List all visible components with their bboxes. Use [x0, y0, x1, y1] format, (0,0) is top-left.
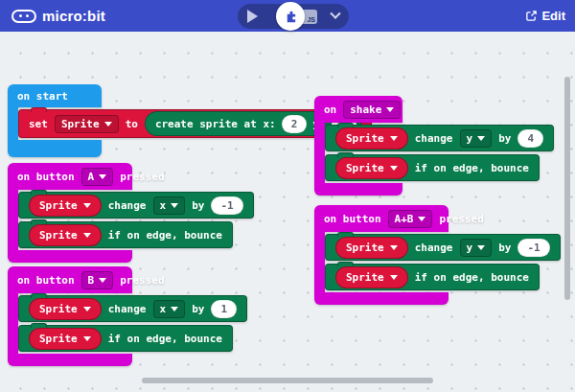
- blocks-view-button[interactable]: [276, 2, 305, 31]
- if-on-edge-bounce-block[interactable]: Sprite if on edge, bounce: [18, 325, 233, 352]
- sprite-variable-pill[interactable]: Sprite: [29, 195, 102, 217]
- axis-dropdown[interactable]: y: [460, 239, 493, 257]
- dropdown-arrow-icon: [83, 203, 91, 208]
- number-input[interactable]: 1: [211, 300, 237, 318]
- dropdown-arrow-icon: [83, 307, 91, 311]
- play-button[interactable]: [247, 10, 258, 23]
- dropdown-arrow-icon: [418, 217, 426, 221]
- brand-name: micro:bit: [42, 8, 105, 24]
- sprite-variable-pill[interactable]: Sprite: [29, 328, 102, 350]
- if-on-edge-bounce-block[interactable]: Sprite if on edge, bounce: [18, 221, 233, 248]
- on-button-a-header[interactable]: on button A pressed: [8, 163, 132, 190]
- vertical-scrollbar[interactable]: [564, 77, 570, 300]
- dropdown-arrow-icon: [171, 307, 178, 311]
- sprite-variable-pill[interactable]: Sprite: [29, 224, 102, 246]
- on-button-a-block[interactable]: on button A pressed Sprite change: [8, 163, 254, 263]
- dropdown-arrow-icon: [390, 275, 398, 280]
- edit-button[interactable]: Edit: [525, 0, 565, 32]
- on-start-header[interactable]: on start: [8, 84, 102, 107]
- on-button-ab-block[interactable]: on button A+B pressed Sprite change: [314, 205, 561, 305]
- change-xy-block[interactable]: Sprite change y by 4: [325, 125, 554, 151]
- if-on-edge-bounce-block[interactable]: Sprite if on edge, bounce: [325, 154, 540, 181]
- microbit-face-icon: [12, 10, 36, 23]
- on-start-label: on start: [17, 90, 68, 103]
- dropdown-arrow-icon: [386, 107, 394, 112]
- makecode-embed: micro:bit JS Edit on start: [0, 0, 575, 392]
- dropdown-arrow-icon: [477, 245, 485, 250]
- on-shake-block[interactable]: on shake Sprite change y: [314, 96, 554, 196]
- change-xy-block[interactable]: Sprite change x by -1: [18, 192, 254, 219]
- sprite-variable-pill[interactable]: Sprite: [335, 266, 408, 288]
- to-keyword: to: [126, 118, 138, 130]
- variable-dropdown[interactable]: Sprite: [55, 115, 119, 133]
- puzzle-piece-icon: [284, 10, 298, 24]
- axis-dropdown[interactable]: y: [460, 129, 493, 148]
- set-keyword: set: [29, 118, 48, 130]
- dropdown-arrow-icon: [390, 166, 398, 171]
- dropdown-arrow-icon: [390, 245, 398, 250]
- app-header: micro:bit JS Edit: [0, 0, 575, 32]
- on-button-b-header[interactable]: on button B pressed: [8, 266, 132, 293]
- gesture-dropdown[interactable]: shake: [343, 101, 401, 119]
- change-xy-block[interactable]: Sprite change y by -1: [325, 234, 561, 261]
- horizontal-scrollbar[interactable]: [142, 378, 433, 383]
- button-dropdown[interactable]: A: [81, 168, 114, 186]
- sprite-variable-pill[interactable]: Sprite: [335, 237, 408, 259]
- dropdown-arrow-icon: [104, 122, 112, 127]
- x-number-input[interactable]: 2: [282, 115, 308, 133]
- change-xy-block[interactable]: Sprite change x by 1: [18, 295, 247, 322]
- axis-dropdown[interactable]: x: [153, 196, 186, 215]
- on-button-b-block[interactable]: on button B pressed Sprite change: [8, 266, 247, 366]
- dropdown-arrow-icon: [171, 203, 178, 208]
- edit-label: Edit: [541, 9, 565, 23]
- number-input[interactable]: -1: [518, 239, 549, 257]
- external-link-icon: [525, 10, 538, 22]
- sprite-variable-pill[interactable]: Sprite: [335, 127, 408, 150]
- sprite-variable-pill[interactable]: Sprite: [29, 298, 102, 320]
- on-shake-header[interactable]: on shake: [314, 96, 402, 123]
- dropdown-arrow-icon: [99, 278, 106, 283]
- dropdown-arrow-icon: [390, 136, 398, 141]
- dropdown-arrow-icon: [83, 233, 91, 238]
- blocks-workspace[interactable]: on start set Sprite to create sprite at …: [0, 32, 575, 392]
- dropdown-arrow-icon: [477, 136, 485, 141]
- dropdown-arrow-icon: [83, 336, 91, 341]
- axis-dropdown[interactable]: x: [153, 300, 186, 318]
- sprite-variable-pill[interactable]: Sprite: [335, 157, 408, 179]
- simulator-controls: JS: [238, 4, 349, 29]
- microbit-logo[interactable]: micro:bit: [12, 0, 105, 32]
- if-on-edge-bounce-block[interactable]: Sprite if on edge, bounce: [325, 264, 540, 290]
- dropdown-arrow-icon: [99, 174, 106, 179]
- button-dropdown[interactable]: B: [81, 271, 114, 289]
- number-input[interactable]: 4: [518, 129, 543, 148]
- number-input[interactable]: -1: [211, 196, 242, 215]
- chevron-down-icon[interactable]: [330, 9, 340, 19]
- on-button-ab-header[interactable]: on button A+B pressed: [314, 205, 448, 232]
- button-dropdown[interactable]: A+B: [388, 210, 433, 228]
